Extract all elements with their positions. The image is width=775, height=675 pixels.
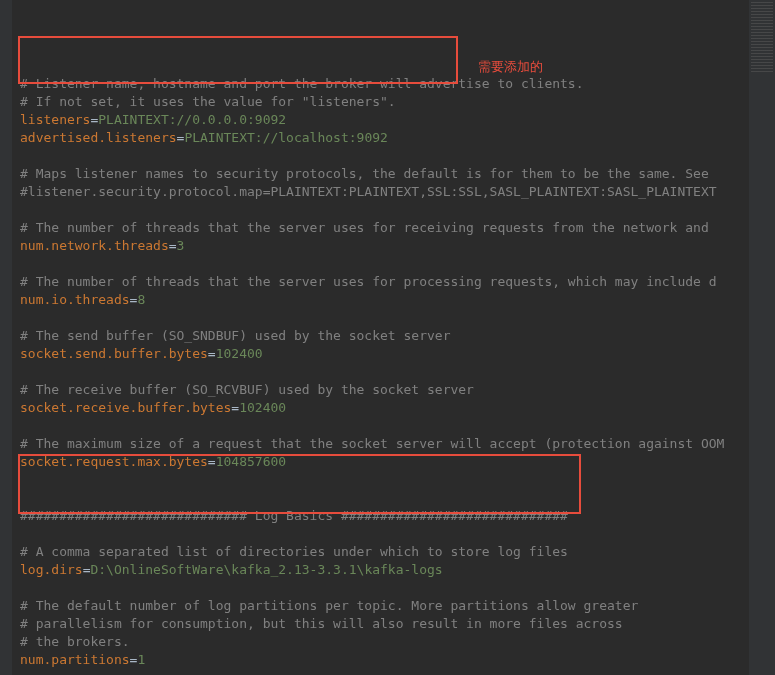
code-line — [20, 363, 749, 381]
code-line — [20, 471, 749, 489]
code-line: # Maps listener names to security protoc… — [20, 165, 749, 183]
code-line: log.dirs=D:\OnlineSoftWare\kafka_2.13-3.… — [20, 561, 749, 579]
code-line: # The number of threads that the server … — [20, 219, 749, 237]
code-line — [20, 309, 749, 327]
code-line — [20, 489, 749, 507]
code-line — [20, 255, 749, 273]
code-line: num.partitions=1 — [20, 651, 749, 669]
minimap[interactable] — [749, 0, 775, 675]
code-line — [20, 201, 749, 219]
code-line: ############################# Log Basics… — [20, 507, 749, 525]
code-line: # The send buffer (SO_SNDBUF) used by th… — [20, 327, 749, 345]
code-line — [20, 417, 749, 435]
code-line: # The receive buffer (SO_RCVBUF) used by… — [20, 381, 749, 399]
code-line: # If not set, it uses the value for "lis… — [20, 93, 749, 111]
code-line: # the brokers. — [20, 633, 749, 651]
code-line: # A comma separated list of directories … — [20, 543, 749, 561]
code-line: num.network.threads=3 — [20, 237, 749, 255]
code-line: socket.request.max.bytes=104857600 — [20, 453, 749, 471]
minimap-content — [751, 2, 773, 72]
code-line: # Listener name, hostname and port the b… — [20, 75, 749, 93]
code-line — [20, 525, 749, 543]
code-line: socket.send.buffer.bytes=102400 — [20, 345, 749, 363]
line-number-gutter — [0, 0, 12, 675]
code-line: advertised.listeners=PLAINTEXT://localho… — [20, 129, 749, 147]
annotation-label: 需要添加的 — [478, 58, 543, 76]
code-line — [20, 669, 749, 675]
code-line: # The number of threads that the server … — [20, 273, 749, 291]
code-line: socket.receive.buffer.bytes=102400 — [20, 399, 749, 417]
code-line — [20, 579, 749, 597]
code-editor[interactable]: 需要添加的 # Listener name, hostname and port… — [12, 0, 749, 675]
code-line: listeners=PLAINTEXT://0.0.0.0:9092 — [20, 111, 749, 129]
code-line: # parallelism for consumption, but this … — [20, 615, 749, 633]
code-line: # The maximum size of a request that the… — [20, 435, 749, 453]
code-line: #listener.security.protocol.map=PLAINTEX… — [20, 183, 749, 201]
code-line: num.io.threads=8 — [20, 291, 749, 309]
code-line — [20, 147, 749, 165]
code-line: # The default number of log partitions p… — [20, 597, 749, 615]
